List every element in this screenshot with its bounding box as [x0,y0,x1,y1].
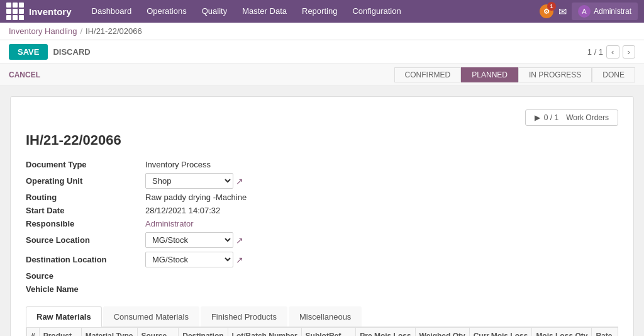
notification-icon[interactable]: ⚙ 1 [540,4,553,18]
page-info: 1 / 1 [587,47,603,57]
routing-label: Routing [26,193,139,202]
form-title: IH/21-22/02066 [26,132,618,148]
right-icons: ⚙ 1 ✉ A Administrat [540,3,638,20]
avatar: A [578,5,591,18]
destination-location-ext-link[interactable]: ↗ [236,255,243,265]
operating-unit-ext-link[interactable]: ↗ [236,176,243,186]
col-weighed-qty: Weighed Qty [415,328,469,337]
source-location-select[interactable]: MG/Stock [145,232,233,248]
notification-badge: 1 [547,2,556,11]
tab-raw-materials[interactable]: Raw Materials [26,306,102,327]
form-card: ▶ 0 / 1 Work Orders IH/21-22/02066 Docum… [10,96,634,336]
status-planned[interactable]: PLANNED [461,67,518,82]
operating-unit-field: Shop ↗ [145,173,353,189]
start-date-label: Start Date [26,206,139,215]
nav-reporting[interactable]: Reporting [294,0,345,23]
nav-quality[interactable]: Quality [194,0,235,23]
action-bar: SAVE DISCARD 1 / 1 ‹ › [0,40,644,64]
status-done[interactable]: DONE [592,67,635,82]
main-nav: Dashboard Operations Quality Master Data… [84,0,409,23]
source-location-label: Source Location [26,235,139,245]
page-nav: 1 / 1 ‹ › [587,45,635,59]
admin-label: Administrat [594,7,631,16]
table-wrap: # Product Material Type Source Destinati… [26,327,618,336]
work-orders-button[interactable]: ▶ 0 / 1 Work Orders [525,109,618,126]
status-in-progress[interactable]: IN PROGRESS [518,67,592,82]
tab-finished-products[interactable]: Finished Products [201,306,287,327]
col-lot-batch: Lot/Batch Number [228,328,301,337]
vehicle-name-label: Vehicle Name [26,284,139,294]
app-grid-icon[interactable] [6,3,24,20]
tab-miscellaneous[interactable]: Miscellaneous [289,306,362,327]
breadcrumb: Inventory Handling / IH/21-22/02066 [0,23,644,40]
status-steps: CONFIRMED PLANNED IN PROGRESS DONE [394,67,635,82]
col-sublot: SublotRef. [301,328,356,337]
work-orders-label: Work Orders [566,113,609,122]
breadcrumb-separator: / [80,26,82,36]
source-location-ext-link[interactable]: ↗ [236,235,243,245]
table-header-row: # Product Material Type Source Destinati… [27,328,619,337]
main-content: ▶ 0 / 1 Work Orders IH/21-22/02066 Docum… [0,86,644,336]
work-orders-count: 0 / 1 [544,113,558,122]
chat-icon[interactable]: ✉ [558,6,567,18]
nav-dashboard[interactable]: Dashboard [84,0,140,23]
raw-materials-table: # Product Material Type Source Destinati… [26,327,618,336]
col-product: Product [39,328,81,337]
next-page-button[interactable]: › [623,45,635,59]
col-rate: Rate [592,328,618,337]
nav-operations[interactable]: Operations [139,0,194,23]
operating-unit-select[interactable]: Shop [145,173,233,189]
document-type-label: Document Type [26,160,139,169]
status-bar: CANCEL CONFIRMED PLANNED IN PROGRESS DON… [0,64,644,86]
col-pre-mois-loss: Pre.Mois.Loss [356,328,415,337]
nav-master-data[interactable]: Master Data [235,0,294,23]
col-material-type: Material Type [81,328,137,337]
col-curr-mois-loss: Curr.Mois.Loss [469,328,532,337]
play-icon: ▶ [535,113,540,122]
col-source: Source [137,328,179,337]
document-type-value: Inventory Process [145,160,353,169]
cancel-button[interactable]: CANCEL [9,70,40,79]
col-destination: Destination [179,328,228,337]
nav-configuration[interactable]: Configuration [345,0,408,23]
responsible-label: Responsible [26,219,139,228]
operating-unit-label: Operating Unit [26,176,139,186]
topbar: Inventory Dashboard Operations Quality M… [0,0,644,23]
breadcrumb-parent[interactable]: Inventory Handling [9,26,77,36]
status-confirmed[interactable]: CONFIRMED [394,67,462,82]
form-fields: Document Type Inventory Process Operatin… [26,160,353,294]
discard-button[interactable]: DISCARD [53,47,90,57]
app-title: Inventory [29,6,72,17]
save-button[interactable]: SAVE [9,44,48,60]
col-num: # [27,328,40,337]
destination-location-field: MG/Stock ↗ [145,252,353,267]
routing-value: Raw paddy drying -Machine [145,193,353,202]
breadcrumb-current: IH/21-22/02066 [86,26,142,36]
source-location-field: MG/Stock ↗ [145,232,353,248]
prev-page-button[interactable]: ‹ [606,45,619,59]
col-mois-loss-qty: Mois.Loss Qty [532,328,592,337]
start-date-value: 28/12/2021 14:07:32 [145,206,353,215]
tabs: Raw Materials Consumed Materials Finishe… [26,306,618,327]
tab-consumed-materials[interactable]: Consumed Materials [103,306,199,327]
destination-location-label: Destination Location [26,255,139,264]
responsible-value[interactable]: Administrator [145,219,353,228]
admin-button[interactable]: A Administrat [572,3,638,20]
work-orders-area: ▶ 0 / 1 Work Orders [26,109,618,126]
destination-location-select[interactable]: MG/Stock [145,252,233,267]
source-label: Source [26,271,139,281]
